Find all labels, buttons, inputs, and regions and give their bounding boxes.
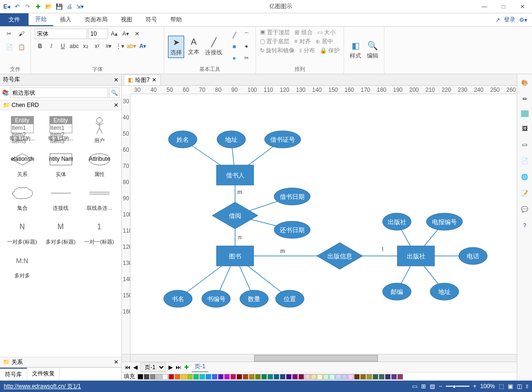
redo-icon[interactable]: ↷ xyxy=(23,2,32,11)
library-icon[interactable]: 📚 xyxy=(2,89,9,96)
distribute-button[interactable]: ⫴ 分布 xyxy=(299,47,315,55)
clear-format-icon[interactable]: ✕ xyxy=(132,29,142,39)
crop-icon[interactable]: ✂ xyxy=(241,53,252,63)
shape-cardinality-mn[interactable]: M:N多对多 xyxy=(4,249,40,281)
layer-icon[interactable]: ▭ xyxy=(520,140,530,149)
increase-font-icon[interactable]: A▴ xyxy=(109,29,119,39)
new-icon[interactable]: ✚ xyxy=(33,2,43,11)
tab-insert[interactable]: 插入 xyxy=(53,13,78,26)
font-name-select[interactable] xyxy=(35,29,87,39)
color-swatch[interactable] xyxy=(187,374,193,380)
color-swatch[interactable] xyxy=(267,374,273,380)
color-swatch[interactable] xyxy=(360,374,366,380)
color-swatch[interactable] xyxy=(138,374,143,380)
settings-icon[interactable]: ⚙▾ xyxy=(519,17,527,23)
color-swatch[interactable] xyxy=(261,374,267,380)
shape-entity[interactable]: Entity Name实体 xyxy=(42,148,79,180)
line-spacing-icon[interactable]: ≡▾ xyxy=(103,41,114,51)
comment-icon[interactable]: 💬 xyxy=(520,205,530,214)
shape-entity-items-2[interactable]: EntityItem1Item2Item3带项目的... xyxy=(42,114,79,146)
rect-icon[interactable]: ■ xyxy=(229,41,239,52)
line-icon[interactable]: ╱ xyxy=(229,30,239,40)
close-button[interactable]: ✕ xyxy=(513,0,532,13)
group-button[interactable]: ⊞ 组合 xyxy=(295,29,312,37)
color-swatch[interactable] xyxy=(206,374,211,380)
page-nav-last[interactable]: ⏭ xyxy=(176,364,181,371)
page-setup-icon[interactable]: 📄 xyxy=(520,156,530,166)
close-doc-icon[interactable]: ✕ xyxy=(152,77,157,83)
tab-home[interactable]: 开始 xyxy=(29,13,53,26)
color-swatch[interactable] xyxy=(280,374,286,380)
image-icon[interactable]: 🖼 xyxy=(520,124,530,133)
ellipse-icon[interactable]: ● xyxy=(229,53,239,63)
theme-icon[interactable]: 🎨 xyxy=(520,78,530,88)
view-mode-2[interactable]: ⊞ xyxy=(421,383,426,390)
color-swatch[interactable] xyxy=(236,374,242,380)
underline-button[interactable]: U xyxy=(58,41,68,51)
color-swatch[interactable] xyxy=(168,374,174,380)
document-tab[interactable]: ◧ 绘图7 ✕ xyxy=(124,75,161,85)
shape-attribute[interactable]: Attribute属性 xyxy=(81,148,118,180)
shape-cardinality-n[interactable]: N一对多(标题) xyxy=(4,216,40,247)
arc-icon[interactable]: ⌒ xyxy=(241,30,252,40)
color-swatch[interactable] xyxy=(298,374,304,380)
print-icon[interactable]: 🖨 xyxy=(65,2,74,11)
color-swatch[interactable] xyxy=(391,374,397,380)
page-nav-prev[interactable]: ◀ xyxy=(133,364,138,371)
center-button[interactable]: ⊕ 居中 xyxy=(315,38,333,46)
bold-button[interactable]: B xyxy=(35,41,45,51)
fit-icon-2[interactable]: ▣ xyxy=(508,383,513,390)
minimize-button[interactable]: — xyxy=(475,0,494,13)
superscript-button[interactable]: x² xyxy=(92,41,102,51)
open-icon[interactable]: 📂 xyxy=(44,2,53,11)
color-swatch[interactable] xyxy=(193,374,199,380)
color-swatch[interactable] xyxy=(335,374,341,380)
zoom-in[interactable]: + xyxy=(473,383,476,390)
color-swatch[interactable] xyxy=(224,374,230,380)
maximize-button[interactable]: □ xyxy=(494,0,513,13)
fit-icon-3[interactable]: ◫ xyxy=(517,383,522,390)
canvas[interactable]: mnml借阅出版信息借书人图书出版社姓名地址借书证号借书日期还书日期书名书编号数… xyxy=(130,94,517,354)
view-mode-1[interactable]: ▭ xyxy=(412,383,417,390)
color-swatch[interactable] xyxy=(249,374,255,380)
page-nav-next[interactable]: ▶ xyxy=(168,364,173,371)
bring-front-button[interactable]: ▣ 置于顶层 xyxy=(260,29,290,37)
color-swatch[interactable] xyxy=(373,374,378,380)
color-swatch[interactable] xyxy=(366,374,372,380)
horizontal-scrollbar[interactable] xyxy=(122,354,517,362)
color-swatch[interactable] xyxy=(150,374,156,380)
pen-icon[interactable]: ✏ xyxy=(520,94,530,104)
highlight-icon[interactable]: ab▾ xyxy=(126,41,137,51)
color-swatch[interactable] xyxy=(243,374,248,380)
color-swatch[interactable] xyxy=(274,374,279,380)
color-swatch[interactable] xyxy=(286,374,292,380)
close-panel-icon[interactable]: ✕ xyxy=(114,77,118,83)
edit-button[interactable]: 🔍 编辑 xyxy=(365,39,380,61)
color-swatch[interactable] xyxy=(385,374,391,380)
zoom-level[interactable]: 100% xyxy=(480,383,495,390)
fit-icon-4[interactable]: ⫴ xyxy=(526,383,528,390)
protect-button[interactable]: 🔒 保护 xyxy=(320,47,340,55)
color-swatch[interactable] xyxy=(156,374,162,380)
erd-diagram[interactable]: mnml借阅出版信息借书人图书出版社姓名地址借书证号借书日期还书日期书名书编号数… xyxy=(130,94,511,351)
color-swatch[interactable] xyxy=(181,374,187,380)
page-select[interactable]: 页-1 xyxy=(140,363,166,372)
bullet-icon[interactable]: ⋮▾ xyxy=(115,41,125,51)
tab-file-recovery[interactable]: 文件恢复 xyxy=(27,368,60,381)
file-tab[interactable]: 文件 xyxy=(0,13,29,26)
app-menu-icon[interactable]: E◂ xyxy=(2,2,11,11)
note-icon[interactable]: 📝 xyxy=(520,188,530,198)
symbol-search-input[interactable] xyxy=(10,88,108,98)
color-swatch[interactable] xyxy=(354,374,360,380)
tab-layout[interactable]: 页面布局 xyxy=(78,13,114,26)
save-icon[interactable]: 💾 xyxy=(54,2,64,11)
share-icon[interactable]: ↗ xyxy=(495,17,500,23)
color-swatch[interactable] xyxy=(317,374,323,380)
shape-user[interactable]: 用户 xyxy=(81,114,118,146)
shape-relationship[interactable]: Relationship关系 xyxy=(4,148,40,180)
zoom-slider[interactable]: ━━●━━━━ xyxy=(446,383,469,390)
add-page-icon[interactable]: ✚ xyxy=(184,364,189,371)
strike-button[interactable]: abc xyxy=(69,41,79,51)
close-collapsed-icon[interactable]: ✕ xyxy=(114,359,118,365)
star-icon[interactable]: ✦ xyxy=(241,41,252,52)
